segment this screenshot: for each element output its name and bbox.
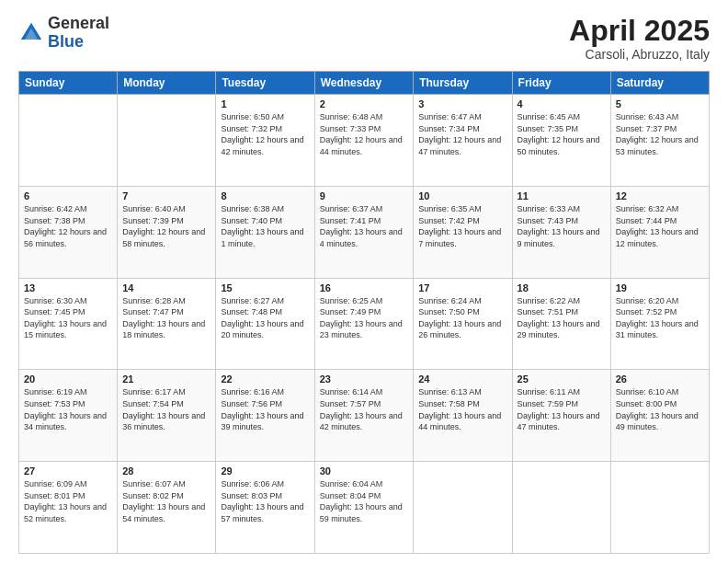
day-number: 3 (418, 98, 506, 109)
title-block: April 2025 Carsoli, Abruzzo, Italy (569, 15, 710, 62)
header: General Blue April 2025 Carsoli, Abruzzo… (18, 15, 710, 62)
table-row: 25Sunrise: 6:11 AMSunset: 7:59 PMDayligh… (512, 370, 610, 462)
table-row: 13Sunrise: 6:30 AMSunset: 7:45 PMDayligh… (19, 278, 118, 370)
cell-content: Sunrise: 6:42 AMSunset: 7:38 PMDaylight:… (24, 203, 112, 249)
cell-content: Sunrise: 6:16 AMSunset: 7:56 PMDaylight:… (221, 386, 309, 432)
cell-content: Sunrise: 6:25 AMSunset: 7:49 PMDaylight:… (320, 295, 409, 341)
table-row: 1Sunrise: 6:50 AMSunset: 7:32 PMDaylight… (216, 95, 314, 187)
cell-content: Sunrise: 6:11 AMSunset: 7:59 PMDaylight:… (518, 386, 606, 432)
table-row: 4Sunrise: 6:45 AMSunset: 7:35 PMDaylight… (512, 95, 610, 187)
day-number: 23 (320, 373, 409, 385)
table-row: 27Sunrise: 6:09 AMSunset: 8:01 PMDayligh… (19, 462, 118, 554)
table-row: 12Sunrise: 6:32 AMSunset: 7:44 PMDayligh… (610, 186, 709, 278)
calendar: Sunday Monday Tuesday Wednesday Thursday… (18, 71, 710, 554)
cell-content: Sunrise: 6:20 AMSunset: 7:52 PMDaylight:… (616, 295, 704, 341)
table-row: 8Sunrise: 6:38 AMSunset: 7:40 PMDaylight… (216, 186, 314, 278)
day-number: 20 (24, 373, 112, 385)
table-row: 19Sunrise: 6:20 AMSunset: 7:52 PMDayligh… (610, 278, 709, 370)
cell-content: Sunrise: 6:47 AMSunset: 7:34 PMDaylight:… (418, 111, 506, 157)
col-saturday: Saturday (610, 72, 709, 95)
day-number: 27 (24, 465, 112, 477)
cell-content: Sunrise: 6:30 AMSunset: 7:45 PMDaylight:… (24, 295, 112, 341)
table-row: 24Sunrise: 6:13 AMSunset: 7:58 PMDayligh… (414, 370, 512, 462)
calendar-week-row: 1Sunrise: 6:50 AMSunset: 7:32 PMDaylight… (19, 95, 710, 187)
cell-content: Sunrise: 6:37 AMSunset: 7:41 PMDaylight:… (320, 203, 409, 249)
day-number: 9 (320, 190, 409, 201)
table-row (414, 462, 512, 554)
table-row: 26Sunrise: 6:10 AMSunset: 8:00 PMDayligh… (610, 370, 709, 462)
day-number: 25 (518, 373, 606, 385)
cell-content: Sunrise: 6:14 AMSunset: 7:57 PMDaylight:… (320, 386, 409, 432)
table-row (19, 95, 118, 187)
logo-general-text: General (48, 14, 109, 32)
cell-content: Sunrise: 6:06 AMSunset: 8:03 PMDaylight:… (221, 478, 309, 524)
col-thursday: Thursday (414, 72, 512, 95)
col-sunday: Sunday (19, 72, 118, 95)
table-row: 11Sunrise: 6:33 AMSunset: 7:43 PMDayligh… (512, 186, 610, 278)
day-number: 19 (616, 282, 704, 293)
calendar-header-row: Sunday Monday Tuesday Wednesday Thursday… (19, 72, 710, 95)
col-monday: Monday (118, 72, 216, 95)
cell-content: Sunrise: 6:48 AMSunset: 7:33 PMDaylight:… (320, 111, 409, 157)
day-number: 28 (122, 465, 210, 477)
cell-content: Sunrise: 6:27 AMSunset: 7:48 PMDaylight:… (221, 295, 309, 341)
table-row: 15Sunrise: 6:27 AMSunset: 7:48 PMDayligh… (216, 278, 314, 370)
month-year: April 2025 (569, 15, 710, 47)
table-row: 20Sunrise: 6:19 AMSunset: 7:53 PMDayligh… (19, 370, 118, 462)
cell-content: Sunrise: 6:35 AMSunset: 7:42 PMDaylight:… (418, 203, 506, 249)
day-number: 10 (418, 190, 506, 201)
cell-content: Sunrise: 6:45 AMSunset: 7:35 PMDaylight:… (518, 111, 606, 157)
table-row (610, 462, 709, 554)
day-number: 16 (320, 282, 409, 293)
day-number: 26 (616, 373, 704, 385)
day-number: 17 (418, 282, 506, 293)
logo-icon (18, 20, 44, 46)
table-row: 16Sunrise: 6:25 AMSunset: 7:49 PMDayligh… (314, 278, 414, 370)
logo: General Blue (18, 15, 109, 52)
cell-content: Sunrise: 6:24 AMSunset: 7:50 PMDaylight:… (418, 295, 506, 341)
table-row: 3Sunrise: 6:47 AMSunset: 7:34 PMDaylight… (414, 95, 512, 187)
table-row: 2Sunrise: 6:48 AMSunset: 7:33 PMDaylight… (314, 95, 414, 187)
day-number: 21 (122, 373, 210, 385)
logo-blue-text: Blue (48, 32, 84, 51)
cell-content: Sunrise: 6:43 AMSunset: 7:37 PMDaylight:… (616, 111, 704, 157)
cell-content: Sunrise: 6:40 AMSunset: 7:39 PMDaylight:… (122, 203, 210, 249)
cell-content: Sunrise: 6:17 AMSunset: 7:54 PMDaylight:… (122, 386, 210, 432)
calendar-week-row: 27Sunrise: 6:09 AMSunset: 8:01 PMDayligh… (19, 462, 710, 554)
day-number: 11 (518, 190, 606, 201)
day-number: 5 (616, 98, 704, 109)
day-number: 14 (122, 282, 210, 293)
cell-content: Sunrise: 6:09 AMSunset: 8:01 PMDaylight:… (24, 478, 112, 524)
day-number: 7 (122, 190, 210, 201)
day-number: 4 (518, 98, 606, 109)
day-number: 18 (518, 282, 606, 293)
table-row: 28Sunrise: 6:07 AMSunset: 8:02 PMDayligh… (118, 462, 216, 554)
day-number: 8 (221, 190, 309, 201)
day-number: 6 (24, 190, 112, 201)
table-row: 18Sunrise: 6:22 AMSunset: 7:51 PMDayligh… (512, 278, 610, 370)
day-number: 12 (616, 190, 704, 201)
calendar-week-row: 20Sunrise: 6:19 AMSunset: 7:53 PMDayligh… (19, 370, 710, 462)
day-number: 22 (221, 373, 309, 385)
cell-content: Sunrise: 6:50 AMSunset: 7:32 PMDaylight:… (221, 111, 309, 157)
cell-content: Sunrise: 6:32 AMSunset: 7:44 PMDaylight:… (616, 203, 704, 249)
table-row: 5Sunrise: 6:43 AMSunset: 7:37 PMDaylight… (610, 95, 709, 187)
day-number: 24 (418, 373, 506, 385)
day-number: 1 (221, 98, 309, 109)
table-row: 21Sunrise: 6:17 AMSunset: 7:54 PMDayligh… (118, 370, 216, 462)
cell-content: Sunrise: 6:04 AMSunset: 8:04 PMDaylight:… (320, 478, 409, 524)
table-row: 14Sunrise: 6:28 AMSunset: 7:47 PMDayligh… (118, 278, 216, 370)
table-row: 30Sunrise: 6:04 AMSunset: 8:04 PMDayligh… (314, 462, 414, 554)
day-number: 13 (24, 282, 112, 293)
cell-content: Sunrise: 6:10 AMSunset: 8:00 PMDaylight:… (616, 386, 704, 432)
calendar-week-row: 13Sunrise: 6:30 AMSunset: 7:45 PMDayligh… (19, 278, 710, 370)
cell-content: Sunrise: 6:13 AMSunset: 7:58 PMDaylight:… (418, 386, 506, 432)
cell-content: Sunrise: 6:28 AMSunset: 7:47 PMDaylight:… (122, 295, 210, 341)
table-row: 9Sunrise: 6:37 AMSunset: 7:41 PMDaylight… (314, 186, 414, 278)
table-row (118, 95, 216, 187)
table-row: 22Sunrise: 6:16 AMSunset: 7:56 PMDayligh… (216, 370, 314, 462)
cell-content: Sunrise: 6:22 AMSunset: 7:51 PMDaylight:… (518, 295, 606, 341)
cell-content: Sunrise: 6:19 AMSunset: 7:53 PMDaylight:… (24, 386, 112, 432)
cell-content: Sunrise: 6:33 AMSunset: 7:43 PMDaylight:… (518, 203, 606, 249)
cell-content: Sunrise: 6:07 AMSunset: 8:02 PMDaylight:… (122, 478, 210, 524)
